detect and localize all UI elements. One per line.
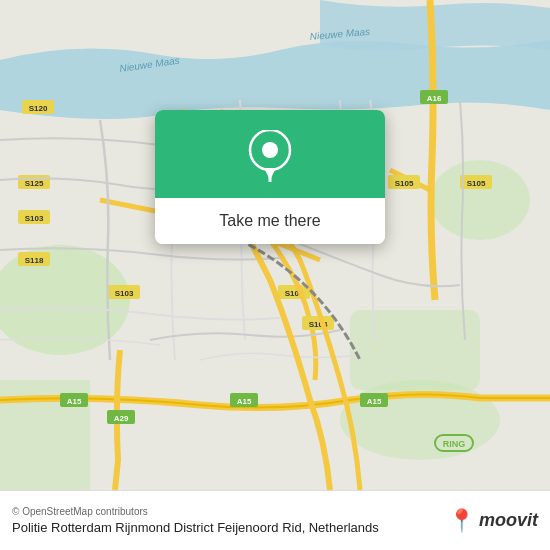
svg-text:S120: S120 — [29, 104, 48, 113]
svg-text:S103: S103 — [25, 214, 44, 223]
svg-text:S118: S118 — [25, 256, 44, 265]
moovit-label: moovit — [479, 510, 538, 531]
svg-text:S105: S105 — [467, 179, 486, 188]
moovit-pin-icon: 📍 — [448, 508, 475, 534]
svg-text:A15: A15 — [67, 397, 82, 406]
map-svg: A15 A15 A15 A16 A29 S103 S103 S104 S105 … — [0, 0, 550, 490]
svg-rect-3 — [350, 310, 480, 390]
osm-credit: © OpenStreetMap contributors — [12, 506, 438, 517]
footer: © OpenStreetMap contributors Politie Rot… — [0, 490, 550, 550]
svg-point-39 — [262, 142, 278, 158]
svg-text:A29: A29 — [114, 414, 129, 423]
svg-text:S125: S125 — [25, 179, 44, 188]
svg-text:A16: A16 — [427, 94, 442, 103]
popup-card: Take me there — [155, 110, 385, 244]
location-name: Politie Rotterdam Rijnmond District Feij… — [12, 520, 438, 535]
location-pin-icon — [248, 130, 292, 182]
svg-marker-40 — [264, 168, 276, 180]
moovit-logo: 📍 moovit — [448, 508, 538, 534]
svg-text:RING: RING — [443, 439, 466, 449]
map-container: A15 A15 A15 A16 A29 S103 S103 S104 S105 … — [0, 0, 550, 490]
svg-text:S103: S103 — [115, 289, 134, 298]
svg-point-2 — [430, 160, 530, 240]
take-me-there-button[interactable]: Take me there — [155, 198, 385, 244]
popup-green-area — [155, 110, 385, 198]
svg-text:S105: S105 — [395, 179, 414, 188]
svg-text:A15: A15 — [367, 397, 382, 406]
svg-text:A15: A15 — [237, 397, 252, 406]
